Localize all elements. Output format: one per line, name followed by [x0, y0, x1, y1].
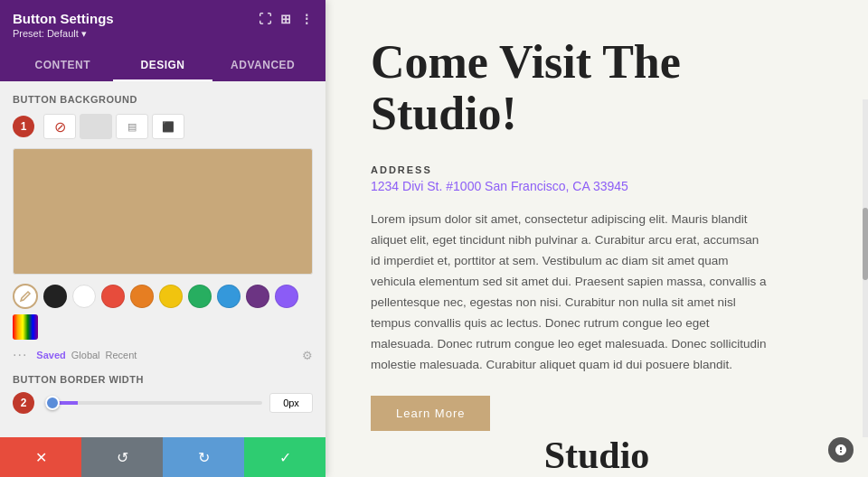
tabs-row: Content Design Advanced: [13, 51, 313, 81]
swatch-white[interactable]: [72, 285, 96, 308]
scrollbar[interactable]: [863, 99, 868, 437]
bg-type-none[interactable]: ⊘: [43, 114, 76, 139]
panel-title-text: Button Settings: [13, 11, 114, 26]
tab-advanced[interactable]: Advanced: [212, 51, 313, 81]
swatch-green[interactable]: [188, 285, 212, 308]
swatch-yellow[interactable]: [159, 285, 183, 308]
panel-title-row: Button Settings ⛶ ⊞ ⋮: [13, 11, 313, 26]
tab-design[interactable]: Design: [113, 51, 213, 81]
swatch-red[interactable]: [101, 285, 125, 308]
bg-section-label: Button Background: [13, 94, 313, 105]
address-label: ADDRESS: [371, 164, 823, 175]
global-tab[interactable]: Global: [71, 350, 100, 360]
panel-title-icons: ⛶ ⊞ ⋮: [259, 12, 313, 26]
panel-header: Button Settings ⛶ ⊞ ⋮ Preset: Default ▾ …: [0, 0, 326, 81]
body-text: Lorem ipsum dolor sit amet, consectetur …: [371, 210, 769, 376]
scroll-thumb: [863, 208, 868, 280]
bg-type-solid[interactable]: [80, 114, 112, 139]
border-slider[interactable]: [45, 401, 262, 405]
bg-type-image[interactable]: ⬛: [152, 114, 184, 139]
border-section: Button Border Width 2 0px: [13, 374, 313, 414]
swatch-orange[interactable]: [130, 285, 154, 308]
more-icon[interactable]: ⋮: [300, 12, 313, 26]
bg-type-gradient[interactable]: ▤: [116, 114, 148, 139]
border-section-label: Button Border Width: [13, 374, 313, 385]
redo-button[interactable]: ↻: [163, 437, 244, 477]
grid-icon[interactable]: ⊞: [280, 12, 291, 26]
color-preview: [13, 148, 313, 275]
panel-toolbar: ✕ ↺ ↻ ✓: [0, 437, 326, 477]
slider-row: 2 0px: [13, 392, 313, 414]
swatch-gradient[interactable]: [13, 314, 38, 340]
gear-icon[interactable]: ⚙: [302, 349, 313, 362]
color-picker-icon[interactable]: [13, 284, 38, 309]
saved-tab[interactable]: Saved: [36, 350, 65, 360]
settings-panel: Button Settings ⛶ ⊞ ⋮ Preset: Default ▾ …: [0, 0, 326, 477]
saved-tabs-row: ··· Saved Global Recent ⚙: [13, 347, 313, 363]
preset-selector[interactable]: Preset: Default ▾: [13, 26, 313, 47]
confirm-button[interactable]: ✓: [244, 437, 326, 477]
address-highlight: Divi: [402, 179, 423, 193]
section-badge-2: 2: [13, 392, 34, 414]
learn-more-button[interactable]: Learn More: [371, 396, 490, 431]
swatch-black[interactable]: [43, 285, 67, 308]
swatch-dark-purple[interactable]: [246, 285, 269, 308]
section-badge-1: 1: [13, 116, 34, 137]
swatch-purple[interactable]: [275, 285, 298, 308]
more-dots[interactable]: ···: [13, 347, 27, 363]
border-value-input[interactable]: 0px: [269, 393, 313, 413]
cancel-button[interactable]: ✕: [0, 437, 81, 477]
address-text: 1234 Divi St. #1000 San Francisco, CA 33…: [371, 179, 823, 193]
reset-button[interactable]: ↺: [81, 437, 163, 477]
swatch-blue[interactable]: [217, 285, 241, 308]
bottom-title-partial: Studio: [544, 434, 650, 477]
tab-content[interactable]: Content: [13, 51, 113, 81]
recent-tab[interactable]: Recent: [106, 350, 137, 360]
panel-body: Button Background 1 ⊘ ▤ ⬛: [0, 81, 326, 437]
floating-action-icon[interactable]: [828, 437, 854, 463]
page-title: Come Visit The Studio!: [371, 36, 823, 139]
expand-icon[interactable]: ⛶: [259, 12, 271, 26]
content-area: Come Visit The Studio! ADDRESS 1234 Divi…: [326, 0, 868, 477]
bg-type-row: 1 ⊘ ▤ ⬛: [13, 114, 313, 139]
color-swatches: [13, 284, 313, 340]
